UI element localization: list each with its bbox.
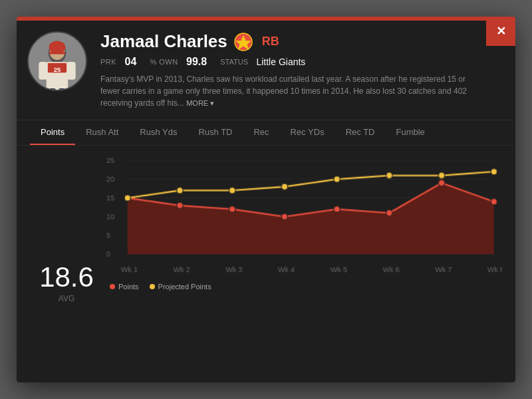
chart-area: Points Projected Points [103,152,502,382]
tab-points[interactable]: Points [30,120,75,145]
tab-fumble[interactable]: Fumble [386,120,436,145]
player-bio: Fantasy's MVP in 2013, Charles saw his w… [100,73,473,109]
avg-label: AVG [59,294,74,303]
content-area: 18.6 AVG Points Projected Points [17,146,515,382]
player-name-row: Jamaal Charles RB [100,31,482,52]
stats-row: PRK 04 % OWN 99.8 STATUS Little Giants [100,56,482,68]
svg-rect-9 [66,62,75,80]
player-modal: ✕ 25 [17,17,515,382]
legend-points: Points [110,283,139,291]
stats-tabs: PointsRush AttRush YdsRush TDRecRec YDsR… [17,120,515,146]
more-link[interactable]: MORE ▾ [186,99,214,107]
player-header: 25 Jamaal Charles RB P [17,21,515,120]
svg-rect-8 [39,62,47,80]
tab-rush-att[interactable]: Rush Att [75,120,129,145]
svg-rect-11 [59,88,66,91]
svg-rect-4 [49,52,66,55]
close-button[interactable]: ✕ [486,17,515,46]
prk-stat: PRK 04 [100,56,136,68]
avatar-image: 25 [29,31,86,91]
team-logo-icon [234,33,253,51]
projected-dot [150,284,155,289]
tab-rec-yds[interactable]: Rec YDs [280,120,335,145]
status-stat: STATUS Little Giants [220,56,305,68]
avatar: 25 [27,31,87,91]
tab-rush-td[interactable]: Rush TD [188,120,243,145]
points-dot [110,284,115,289]
svg-rect-10 [49,88,56,91]
own-stat: % OWN 99.8 [150,56,207,68]
main-chart [103,152,502,279]
tab-rec-td[interactable]: Rec TD [335,120,386,145]
player-name: Jamaal Charles [100,31,227,52]
avg-display: 18.6 AVG [30,152,103,382]
position-badge: RB [262,35,279,49]
legend-projected: Projected Points [150,283,211,291]
tab-rec[interactable]: Rec [243,120,279,145]
avg-value: 18.6 [39,263,94,291]
chart-legend: Points Projected Points [103,283,502,291]
tab-rush-yds[interactable]: Rush Yds [129,120,188,145]
player-info: Jamaal Charles RB PRK 04 % OWN 99.8 [100,31,482,109]
svg-point-3 [49,41,66,53]
svg-text:25: 25 [54,66,61,73]
